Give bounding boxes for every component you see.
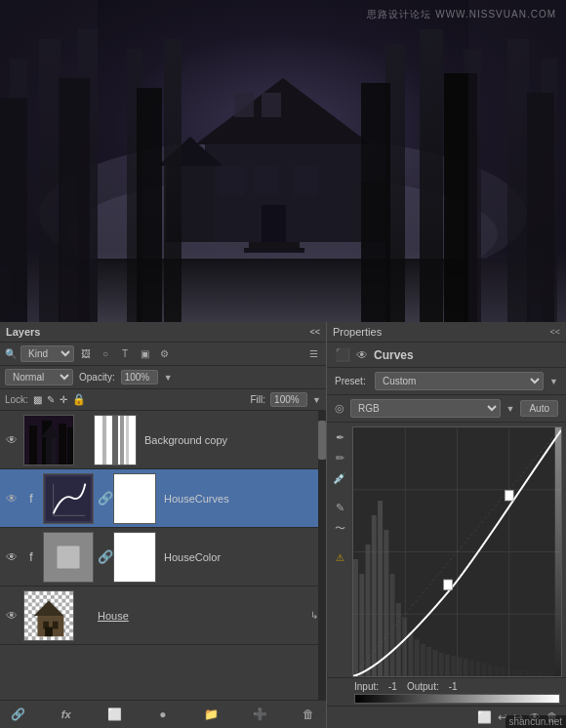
layer-filter-icon5[interactable]: ⚙ [156,346,172,362]
curves-tool-smooth[interactable]: 〜 [331,519,348,537]
svg-rect-103 [543,673,547,676]
layer-name-background-copy: Background copy [141,434,322,446]
layer-visibility-background-copy[interactable]: 👁 [4,432,20,448]
svg-rect-41 [46,433,56,465]
curves-tool-eyedropper-white[interactable]: 💉 [331,469,348,487]
svg-rect-93 [482,664,487,677]
svg-rect-81 [408,632,413,676]
svg-rect-44 [112,416,118,465]
layer-mask-icon[interactable]: ⬜ [104,705,124,724]
canvas-area: 思路设计论坛 WWW.NISSVUAN.COM [0,0,566,322]
lock-lock-icon[interactable]: 🔒 [72,393,86,406]
lock-brush-icon[interactable]: ✎ [47,394,55,405]
auto-button[interactable]: Auto [520,400,558,417]
svg-rect-46 [102,416,106,465]
svg-rect-37 [29,425,37,465]
layer-link-house-color[interactable]: 🔗 [98,549,109,564]
layer-row-house-curves[interactable]: 👁 f 🔗 [0,469,326,528]
lock-checkerboard-icon[interactable]: ▩ [33,394,42,405]
curves-graph[interactable] [352,426,562,677]
channel-arrow[interactable]: ▼ [506,404,515,414]
layer-special-f-icon: f [23,491,39,506]
svg-rect-52 [114,474,156,524]
layer-visibility-house[interactable]: 👁 [4,608,20,624]
svg-rect-82 [415,640,420,677]
layer-delete-icon[interactable]: 🗑 [299,705,318,724]
layers-lock-row: Lock: ▩ ✎ ✛ 🔒 Fill: ▼ [0,389,326,411]
layer-row-background-copy[interactable]: 👁 [0,411,326,469]
site-watermark: shancun.net [505,715,567,728]
layer-mask-house-curves [113,473,156,524]
layer-new-fill-icon[interactable]: ● [153,705,173,724]
layers-panel: Layers << 🔍 Kind 🖼 ○ T ▣ ⚙ ☰ Normal Opac… [0,322,327,728]
svg-rect-107 [444,580,453,590]
svg-rect-75 [372,515,377,676]
prop-add-point-icon[interactable]: ⬜ [477,710,492,724]
gradient-strip [354,694,560,704]
opacity-arrow[interactable]: ▼ [164,373,173,383]
svg-rect-12 [293,166,317,195]
input-value: -1 [388,681,397,692]
watermark-top: 思路设计论坛 WWW.NISSVUAN.COM [367,8,556,21]
svg-rect-99 [518,670,523,676]
layer-filter-icon4[interactable]: ▣ [137,346,152,362]
curves-tool-warning[interactable]: ⚠ [331,548,348,566]
curves-tool-eyedropper-black[interactable]: ✒ [331,428,348,446]
preset-arrow[interactable]: ▼ [549,377,558,386]
svg-rect-83 [421,644,425,676]
preset-label: Preset: [335,376,369,386]
layer-filter-icon6[interactable]: ☰ [305,346,321,362]
layer-visibility-house-color[interactable]: 👁 [4,549,20,565]
curves-header-row: ⬛ 👁 Curves [327,343,566,368]
svg-rect-91 [469,661,474,677]
curves-input-output-row: Input: -1 Output: -1 [327,677,566,694]
layer-thumb-house [23,590,74,641]
layer-link-house-curves[interactable]: 🔗 [98,491,109,506]
svg-rect-108 [505,491,513,502]
layer-link-bottom-icon[interactable]: 🔗 [8,705,27,724]
curves-tool-eyedropper-gray[interactable]: ✏ [331,449,348,466]
layer-special-f-icon2: f [23,549,39,565]
layer-row-house[interactable]: 👁 [0,586,326,645]
layer-filter-icon3[interactable]: T [117,346,133,362]
curves-left-tools: ✒ ✏ 💉 ✎ 〜 ⚠ [331,426,348,677]
properties-collapse-btn[interactable]: << [549,327,560,337]
svg-rect-101 [531,672,536,677]
layers-list: 👁 [0,411,326,645]
layer-visibility-house-curves[interactable]: 👁 [4,491,20,506]
channel-select[interactable]: RGB Red Green Blue [350,399,501,418]
opacity-input[interactable] [121,370,158,384]
kind-select[interactable]: Kind [20,345,74,362]
properties-panel-header: Properties << [327,322,566,343]
layer-filter-icon2[interactable]: ○ [98,346,113,362]
preset-select[interactable]: Custom Default Strong Contrast [375,372,544,390]
layer-filter-icon1[interactable]: 🖼 [78,346,94,362]
svg-rect-73 [359,574,364,676]
layers-scrollbar[interactable] [318,411,326,700]
layers-scrollbar-thumb[interactable] [318,421,326,460]
svg-rect-54 [57,546,79,568]
layer-fx-icon[interactable]: fx [57,705,76,724]
layer-name-house-color: HouseColor [160,551,322,563]
svg-rect-9 [262,93,281,117]
svg-rect-55 [114,533,156,583]
svg-rect-84 [426,647,431,676]
output-label: Output: [407,681,439,692]
layer-folder-icon[interactable]: 📁 [202,705,222,724]
fill-input[interactable] [270,392,307,407]
curves-visibility-icon[interactable]: 👁 [356,348,368,362]
fill-arrow[interactable]: ▼ [312,395,321,405]
blend-mode-select[interactable]: Normal [5,369,73,385]
layers-collapse-btn[interactable]: << [309,327,320,337]
svg-rect-8 [234,93,254,117]
svg-rect-104 [548,673,553,676]
layer-new-icon[interactable]: ➕ [250,705,269,724]
svg-rect-47 [126,416,129,465]
svg-rect-65 [45,627,53,636]
lock-move-icon[interactable]: ✛ [60,394,67,405]
svg-rect-85 [432,650,437,676]
svg-rect-79 [396,603,401,676]
curves-tool-pencil[interactable]: ✎ [331,499,348,516]
layer-row-house-color[interactable]: 👁 f 🔗 HouseColor [0,528,326,586]
svg-rect-95 [494,667,499,677]
